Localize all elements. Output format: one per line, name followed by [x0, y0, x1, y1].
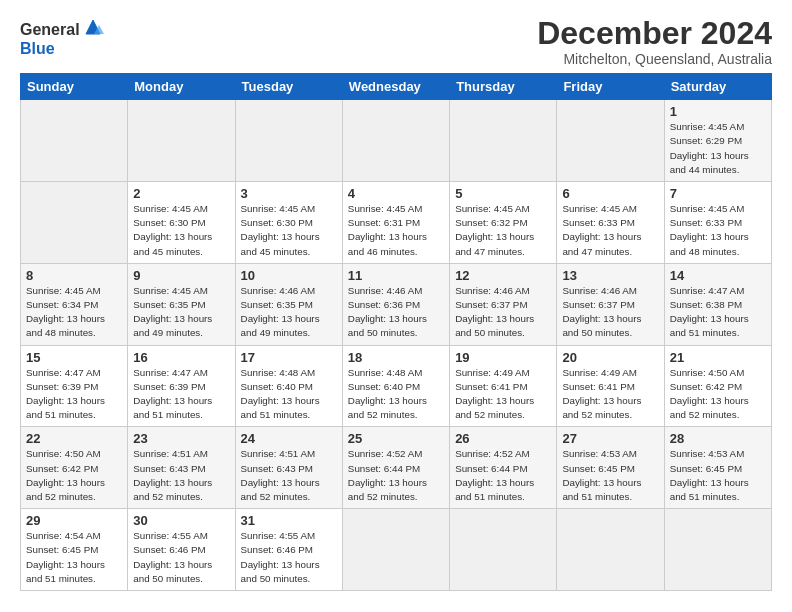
day-number: 20 [562, 350, 658, 365]
calendar-cell: 16Sunrise: 4:47 AM Sunset: 6:39 PM Dayli… [128, 345, 235, 427]
week-row-5: 22Sunrise: 4:50 AM Sunset: 6:42 PM Dayli… [21, 427, 772, 509]
day-number: 13 [562, 268, 658, 283]
day-info: Sunrise: 4:51 AM Sunset: 6:43 PM Dayligh… [133, 447, 229, 504]
calendar-cell: 15Sunrise: 4:47 AM Sunset: 6:39 PM Dayli… [21, 345, 128, 427]
calendar-cell: 26Sunrise: 4:52 AM Sunset: 6:44 PM Dayli… [450, 427, 557, 509]
calendar-cell: 3Sunrise: 4:45 AM Sunset: 6:30 PM Daylig… [235, 182, 342, 264]
logo-icon [82, 16, 104, 44]
day-number: 16 [133, 350, 229, 365]
calendar-cell: 19Sunrise: 4:49 AM Sunset: 6:41 PM Dayli… [450, 345, 557, 427]
logo-blue: Blue [20, 40, 55, 58]
logo-general: General [20, 21, 80, 39]
day-number: 22 [26, 431, 122, 446]
day-info: Sunrise: 4:45 AM Sunset: 6:33 PM Dayligh… [670, 202, 766, 259]
week-row-2: 2Sunrise: 4:45 AM Sunset: 6:30 PM Daylig… [21, 182, 772, 264]
calendar-header-row: SundayMondayTuesdayWednesdayThursdayFrid… [21, 74, 772, 100]
location-subtitle: Mitchelton, Queensland, Australia [537, 51, 772, 67]
day-info: Sunrise: 4:53 AM Sunset: 6:45 PM Dayligh… [562, 447, 658, 504]
calendar-table: SundayMondayTuesdayWednesdayThursdayFrid… [20, 73, 772, 591]
day-info: Sunrise: 4:47 AM Sunset: 6:39 PM Dayligh… [26, 366, 122, 423]
day-number: 30 [133, 513, 229, 528]
day-info: Sunrise: 4:52 AM Sunset: 6:44 PM Dayligh… [455, 447, 551, 504]
header-friday: Friday [557, 74, 664, 100]
day-number: 31 [241, 513, 337, 528]
calendar-cell [21, 100, 128, 182]
day-number: 21 [670, 350, 766, 365]
header-thursday: Thursday [450, 74, 557, 100]
calendar-cell: 30Sunrise: 4:55 AM Sunset: 6:46 PM Dayli… [128, 509, 235, 591]
day-number: 6 [562, 186, 658, 201]
day-info: Sunrise: 4:45 AM Sunset: 6:33 PM Dayligh… [562, 202, 658, 259]
calendar-cell: 25Sunrise: 4:52 AM Sunset: 6:44 PM Dayli… [342, 427, 449, 509]
day-info: Sunrise: 4:53 AM Sunset: 6:45 PM Dayligh… [670, 447, 766, 504]
calendar-cell: 13Sunrise: 4:46 AM Sunset: 6:37 PM Dayli… [557, 263, 664, 345]
calendar-cell: 12Sunrise: 4:46 AM Sunset: 6:37 PM Dayli… [450, 263, 557, 345]
calendar-cell [450, 100, 557, 182]
day-info: Sunrise: 4:51 AM Sunset: 6:43 PM Dayligh… [241, 447, 337, 504]
header-monday: Monday [128, 74, 235, 100]
calendar-cell: 17Sunrise: 4:48 AM Sunset: 6:40 PM Dayli… [235, 345, 342, 427]
calendar-cell [557, 509, 664, 591]
day-number: 29 [26, 513, 122, 528]
calendar-cell: 22Sunrise: 4:50 AM Sunset: 6:42 PM Dayli… [21, 427, 128, 509]
calendar-cell: 27Sunrise: 4:53 AM Sunset: 6:45 PM Dayli… [557, 427, 664, 509]
day-number: 23 [133, 431, 229, 446]
calendar-cell [235, 100, 342, 182]
day-number: 10 [241, 268, 337, 283]
calendar-cell [664, 509, 771, 591]
calendar-cell [128, 100, 235, 182]
page-container: General Blue December 2024 Mitchelton, Q… [0, 0, 792, 601]
day-info: Sunrise: 4:47 AM Sunset: 6:39 PM Dayligh… [133, 366, 229, 423]
calendar-cell: 20Sunrise: 4:49 AM Sunset: 6:41 PM Dayli… [557, 345, 664, 427]
calendar-cell [342, 509, 449, 591]
calendar-cell: 4Sunrise: 4:45 AM Sunset: 6:31 PM Daylig… [342, 182, 449, 264]
week-row-3: 8Sunrise: 4:45 AM Sunset: 6:34 PM Daylig… [21, 263, 772, 345]
day-number: 27 [562, 431, 658, 446]
day-number: 9 [133, 268, 229, 283]
day-info: Sunrise: 4:48 AM Sunset: 6:40 PM Dayligh… [348, 366, 444, 423]
calendar-cell: 23Sunrise: 4:51 AM Sunset: 6:43 PM Dayli… [128, 427, 235, 509]
day-number: 14 [670, 268, 766, 283]
title-block: December 2024 Mitchelton, Queensland, Au… [537, 16, 772, 67]
day-info: Sunrise: 4:46 AM Sunset: 6:36 PM Dayligh… [348, 284, 444, 341]
calendar-cell: 29Sunrise: 4:54 AM Sunset: 6:45 PM Dayli… [21, 509, 128, 591]
calendar-cell: 8Sunrise: 4:45 AM Sunset: 6:34 PM Daylig… [21, 263, 128, 345]
day-number: 1 [670, 104, 766, 119]
day-number: 17 [241, 350, 337, 365]
day-number: 26 [455, 431, 551, 446]
calendar-cell: 6Sunrise: 4:45 AM Sunset: 6:33 PM Daylig… [557, 182, 664, 264]
day-info: Sunrise: 4:45 AM Sunset: 6:31 PM Dayligh… [348, 202, 444, 259]
day-number: 25 [348, 431, 444, 446]
day-info: Sunrise: 4:48 AM Sunset: 6:40 PM Dayligh… [241, 366, 337, 423]
month-title: December 2024 [537, 16, 772, 51]
calendar-cell [342, 100, 449, 182]
header-sunday: Sunday [21, 74, 128, 100]
day-info: Sunrise: 4:55 AM Sunset: 6:46 PM Dayligh… [241, 529, 337, 586]
day-info: Sunrise: 4:55 AM Sunset: 6:46 PM Dayligh… [133, 529, 229, 586]
day-info: Sunrise: 4:45 AM Sunset: 6:35 PM Dayligh… [133, 284, 229, 341]
calendar-cell: 24Sunrise: 4:51 AM Sunset: 6:43 PM Dayli… [235, 427, 342, 509]
day-number: 3 [241, 186, 337, 201]
calendar-cell [21, 182, 128, 264]
week-row-6: 29Sunrise: 4:54 AM Sunset: 6:45 PM Dayli… [21, 509, 772, 591]
day-info: Sunrise: 4:45 AM Sunset: 6:30 PM Dayligh… [133, 202, 229, 259]
day-info: Sunrise: 4:50 AM Sunset: 6:42 PM Dayligh… [26, 447, 122, 504]
calendar-cell: 5Sunrise: 4:45 AM Sunset: 6:32 PM Daylig… [450, 182, 557, 264]
calendar-cell: 18Sunrise: 4:48 AM Sunset: 6:40 PM Dayli… [342, 345, 449, 427]
week-row-1: 1Sunrise: 4:45 AM Sunset: 6:29 PM Daylig… [21, 100, 772, 182]
day-number: 19 [455, 350, 551, 365]
calendar-cell: 31Sunrise: 4:55 AM Sunset: 6:46 PM Dayli… [235, 509, 342, 591]
day-number: 28 [670, 431, 766, 446]
week-row-4: 15Sunrise: 4:47 AM Sunset: 6:39 PM Dayli… [21, 345, 772, 427]
day-info: Sunrise: 4:47 AM Sunset: 6:38 PM Dayligh… [670, 284, 766, 341]
day-info: Sunrise: 4:46 AM Sunset: 6:35 PM Dayligh… [241, 284, 337, 341]
day-info: Sunrise: 4:45 AM Sunset: 6:32 PM Dayligh… [455, 202, 551, 259]
calendar-cell: 9Sunrise: 4:45 AM Sunset: 6:35 PM Daylig… [128, 263, 235, 345]
day-number: 5 [455, 186, 551, 201]
day-number: 8 [26, 268, 122, 283]
day-info: Sunrise: 4:49 AM Sunset: 6:41 PM Dayligh… [455, 366, 551, 423]
calendar-cell: 21Sunrise: 4:50 AM Sunset: 6:42 PM Dayli… [664, 345, 771, 427]
calendar-cell: 14Sunrise: 4:47 AM Sunset: 6:38 PM Dayli… [664, 263, 771, 345]
header-tuesday: Tuesday [235, 74, 342, 100]
header-saturday: Saturday [664, 74, 771, 100]
